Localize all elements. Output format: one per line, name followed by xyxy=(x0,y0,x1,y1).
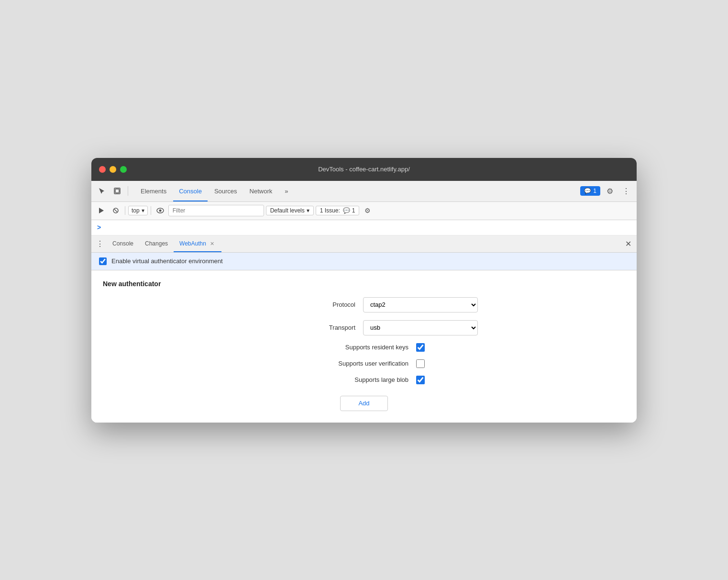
toolbar-divider xyxy=(128,186,128,196)
ban-icon[interactable] xyxy=(110,204,122,217)
console-toolbar: top ▾ Default levels ▾ 1 Issue: 💬 1 ⚙ xyxy=(91,202,637,220)
issues-filter-button[interactable]: 1 Issue: 💬 1 xyxy=(316,206,360,215)
add-authenticator-button[interactable]: Add xyxy=(340,396,388,411)
issues-filter-label: 1 Issue: xyxy=(320,207,340,214)
filter-input[interactable] xyxy=(168,205,264,216)
resident-keys-row: Supports resident keys xyxy=(103,343,625,352)
eye-icon[interactable] xyxy=(154,204,166,217)
window-title: DevTools - coffee-cart.netlify.app/ xyxy=(318,166,410,173)
svg-rect-1 xyxy=(115,189,119,193)
console-settings-icon[interactable]: ⚙ xyxy=(361,204,374,217)
issues-badge[interactable]: 💬 1 xyxy=(580,186,600,196)
tab-elements[interactable]: Elements xyxy=(135,180,172,201)
main-tabbar: Elements Console Sources Network » 💬 1 ⚙… xyxy=(91,181,637,202)
close-button[interactable] xyxy=(99,166,106,173)
protocol-select[interactable]: ctap2 u2f xyxy=(363,297,478,312)
bottom-panel-menu-icon[interactable]: ⋮ xyxy=(93,237,107,250)
issues-filter-icon: 💬 xyxy=(343,207,350,214)
svg-point-6 xyxy=(159,210,161,212)
more-options-icon[interactable]: ⋮ xyxy=(619,184,633,198)
settings-icon[interactable]: ⚙ xyxy=(603,184,617,198)
changes-tab-label: Changes xyxy=(145,240,168,247)
console-bottom-tab-label: Console xyxy=(112,240,133,247)
transport-select[interactable]: usb nfc ble internal cable xyxy=(363,320,478,335)
tab-network[interactable]: Network xyxy=(244,180,278,201)
default-levels-selector[interactable]: Default levels ▾ xyxy=(266,206,314,215)
resident-keys-label: Supports resident keys xyxy=(303,344,408,351)
enable-virtual-env-checkbox[interactable] xyxy=(99,257,107,265)
tab-more[interactable]: » xyxy=(279,180,294,201)
toolbar-divider-3 xyxy=(151,206,151,215)
default-levels-chevron-icon: ▾ xyxy=(307,207,309,214)
issues-icon: 💬 xyxy=(584,188,591,194)
tab-changes[interactable]: Changes xyxy=(139,235,174,252)
bottom-tabbar: ⋮ Console Changes WebAuthn ✕ ✕ xyxy=(91,235,637,253)
enable-virtual-env-label: Enable virtual authenticator environment xyxy=(111,257,223,265)
fullscreen-button[interactable] xyxy=(120,166,127,173)
large-blob-label: Supports large blob xyxy=(303,376,408,383)
protocol-label: Protocol xyxy=(250,301,355,308)
transport-label: Transport xyxy=(250,324,355,331)
minimize-button[interactable] xyxy=(110,166,116,173)
toolbar-divider-2 xyxy=(125,206,125,215)
bottom-panel: ⋮ Console Changes WebAuthn ✕ ✕ Enable vi… xyxy=(91,235,637,423)
close-bottom-panel-icon[interactable]: ✕ xyxy=(621,237,635,250)
issues-filter-count: 1 xyxy=(352,207,355,214)
webauthn-panel: Enable virtual authenticator environment… xyxy=(91,253,637,423)
add-button-row: Add xyxy=(103,392,625,411)
default-levels-label: Default levels xyxy=(270,207,305,214)
prompt-symbol: > xyxy=(97,223,101,231)
svg-marker-2 xyxy=(99,208,104,213)
svg-line-4 xyxy=(114,209,118,212)
tabbar-right: 💬 1 ⚙ ⋮ xyxy=(580,184,633,198)
new-authenticator-title: New authenticator xyxy=(103,280,625,288)
traffic-lights xyxy=(99,166,127,173)
webauthn-tab-close-icon[interactable]: ✕ xyxy=(209,240,216,247)
transport-row: Transport usb nfc ble internal cable xyxy=(103,320,625,335)
console-prompt-area[interactable]: > xyxy=(91,220,637,235)
top-selector[interactable]: top ▾ xyxy=(128,206,148,215)
tab-sources[interactable]: Sources xyxy=(209,180,243,201)
cursor-icon[interactable] xyxy=(95,184,109,198)
top-label: top xyxy=(132,207,140,214)
tab-webauthn[interactable]: WebAuthn ✕ xyxy=(174,235,221,252)
resident-keys-checkbox[interactable] xyxy=(416,343,425,352)
tab-console-bottom[interactable]: Console xyxy=(107,235,139,252)
user-verification-checkbox[interactable] xyxy=(416,359,425,368)
top-chevron-icon: ▾ xyxy=(142,207,144,214)
issues-count: 1 xyxy=(593,188,596,194)
tab-console[interactable]: Console xyxy=(173,180,208,201)
user-verification-label: Supports user verification xyxy=(303,360,408,367)
toolbar-icons xyxy=(95,184,130,198)
layers-icon[interactable] xyxy=(110,184,124,198)
large-blob-checkbox[interactable] xyxy=(416,376,425,384)
new-authenticator-section: New authenticator Protocol ctap2 u2f Tra… xyxy=(91,270,637,423)
play-icon[interactable] xyxy=(95,204,108,217)
large-blob-row: Supports large blob xyxy=(103,376,625,384)
titlebar: DevTools - coffee-cart.netlify.app/ xyxy=(91,158,637,181)
user-verification-row: Supports user verification xyxy=(103,359,625,368)
webauthn-tab-label: WebAuthn xyxy=(179,240,206,247)
enable-virtual-env-row: Enable virtual authenticator environment xyxy=(91,253,637,270)
protocol-row: Protocol ctap2 u2f xyxy=(103,297,625,312)
devtools-window: DevTools - coffee-cart.netlify.app/ Elem… xyxy=(91,158,637,423)
